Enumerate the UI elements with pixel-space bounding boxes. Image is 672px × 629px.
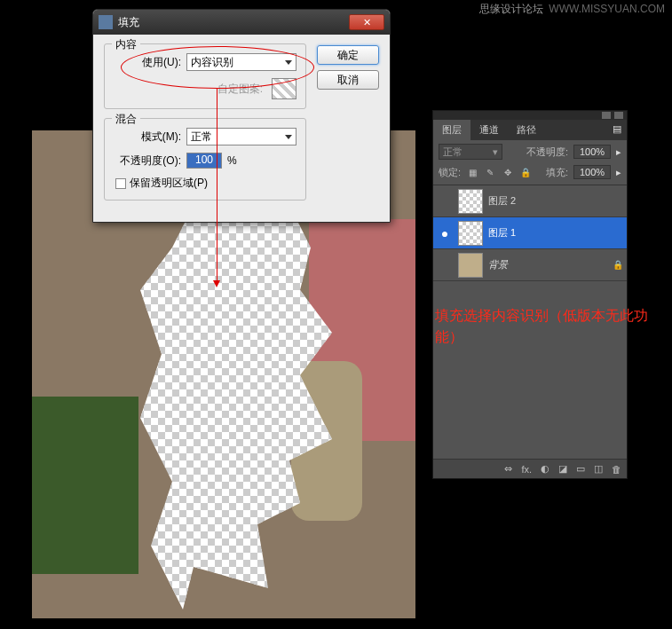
mode-label: 模式(M): bbox=[115, 130, 181, 145]
layer-mask-icon[interactable]: ◐ bbox=[541, 463, 549, 475]
delete-layer-icon[interactable]: 🗑 bbox=[612, 464, 621, 475]
lock-all-icon[interactable]: 🔒 bbox=[519, 166, 532, 178]
visibility-toggle[interactable]: ● bbox=[437, 226, 453, 240]
chevron-right-icon[interactable]: ▸ bbox=[616, 146, 621, 158]
opacity-unit: % bbox=[227, 154, 237, 167]
chevron-down-icon bbox=[285, 135, 292, 139]
layer-list: 图层 2 ● 图层 1 背景 🔒 bbox=[433, 185, 627, 281]
panel-menu-icon[interactable]: ▤ bbox=[607, 120, 627, 140]
layer-name[interactable]: 图层 1 bbox=[488, 226, 623, 240]
layer-fill-input[interactable]: 100% bbox=[573, 165, 611, 179]
layer-group-icon[interactable]: ▭ bbox=[576, 463, 585, 475]
bg-foliage bbox=[32, 397, 138, 574]
layer-name[interactable]: 图层 2 bbox=[488, 194, 623, 208]
layer-name[interactable]: 背景 bbox=[488, 258, 607, 271]
annotation-note: 填充选择内容识别（低版本无此功能） bbox=[435, 305, 657, 348]
content-legend: 内容 bbox=[112, 37, 140, 52]
lock-position-icon[interactable]: ✥ bbox=[502, 166, 514, 178]
layer-row[interactable]: 图层 2 bbox=[433, 185, 627, 217]
layer-thumbnail[interactable] bbox=[458, 189, 483, 214]
tab-layers[interactable]: 图层 bbox=[433, 120, 470, 140]
tab-paths[interactable]: 路径 bbox=[508, 120, 545, 140]
cancel-button[interactable]: 取消 bbox=[317, 70, 379, 90]
lock-icon: 🔒 bbox=[613, 260, 623, 270]
transparent-region bbox=[130, 184, 343, 609]
arrow-head-icon bbox=[213, 280, 220, 287]
new-layer-icon[interactable]: ◫ bbox=[594, 463, 603, 475]
dialog-title: 填充 bbox=[118, 15, 349, 30]
panel-collapse-bar[interactable] bbox=[433, 111, 627, 120]
layer-thumbnail[interactable] bbox=[458, 221, 483, 246]
lock-paint-icon[interactable]: ✎ bbox=[484, 166, 496, 178]
tab-channels[interactable]: 通道 bbox=[470, 120, 508, 140]
mode-dropdown[interactable]: 正常 bbox=[186, 128, 296, 145]
app-icon bbox=[99, 15, 113, 29]
collapse-icon bbox=[602, 112, 611, 119]
lock-transparent-icon[interactable]: ▦ bbox=[466, 166, 478, 178]
layer-row[interactable]: 背景 🔒 bbox=[433, 249, 627, 281]
opacity-label: 不透明度: bbox=[526, 145, 568, 159]
fill-label: 填充: bbox=[546, 166, 568, 179]
panel-tabs: 图层 通道 路径 ▤ bbox=[433, 120, 627, 140]
ok-button[interactable]: 确定 bbox=[317, 45, 379, 65]
layer-row[interactable]: ● 图层 1 bbox=[433, 217, 627, 249]
dialog-titlebar[interactable]: 填充 ✕ bbox=[93, 10, 390, 35]
annotation-arrow bbox=[217, 89, 217, 282]
adjustment-layer-icon[interactable]: ◪ bbox=[558, 463, 567, 475]
annotation-oval bbox=[121, 46, 314, 89]
layers-panel: 图层 通道 路径 ▤ 正常▾ 不透明度: 100% ▸ 锁定: ▦ ✎ ✥ 🔒 … bbox=[432, 110, 628, 479]
checkbox-icon bbox=[115, 178, 126, 189]
panel-footer: ⇔ fx. ◐ ◪ ▭ ◫ 🗑 bbox=[433, 459, 627, 478]
opacity-label: 不透明度(O): bbox=[115, 153, 181, 169]
layer-fx-icon[interactable]: fx. bbox=[521, 464, 532, 475]
blend-legend: 混合 bbox=[112, 112, 140, 127]
chevron-right-icon[interactable]: ▸ bbox=[616, 167, 621, 178]
layer-thumbnail[interactable] bbox=[458, 253, 483, 278]
link-layers-icon[interactable]: ⇔ bbox=[504, 463, 512, 475]
blend-mode-dropdown[interactable]: 正常▾ bbox=[439, 144, 502, 160]
preserve-transparency-checkbox[interactable]: 保留透明区域(P) bbox=[115, 176, 296, 191]
close-icon bbox=[614, 112, 623, 119]
watermark: 思缘设计论坛WWW.MISSYUAN.COM bbox=[479, 2, 665, 17]
layer-opacity-input[interactable]: 100% bbox=[573, 145, 611, 159]
fill-dialog: 填充 ✕ 确定 取消 内容 使用(U): 内容识别 自定图案: 混合 模式(M)… bbox=[92, 9, 391, 223]
lock-label: 锁定: bbox=[439, 166, 461, 179]
close-button[interactable]: ✕ bbox=[349, 14, 384, 30]
